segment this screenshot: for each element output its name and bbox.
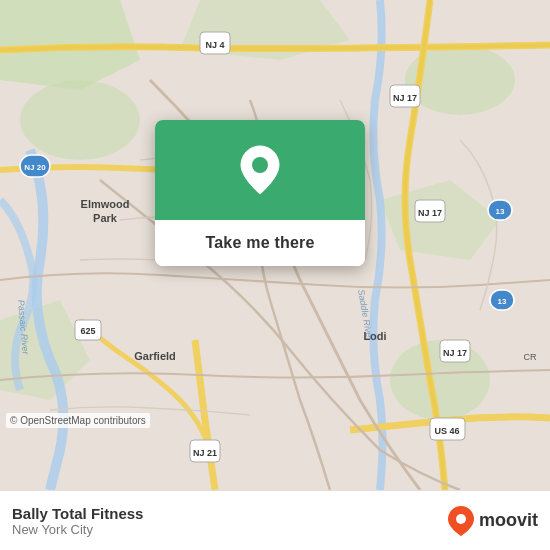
osm-credit: © OpenStreetMap contributors bbox=[6, 413, 150, 428]
location-pin-icon bbox=[238, 144, 282, 196]
svg-text:NJ 4: NJ 4 bbox=[205, 40, 224, 50]
moovit-brand-text: moovit bbox=[479, 510, 538, 531]
svg-text:Elmwood: Elmwood bbox=[81, 198, 130, 210]
footer-title: Bally Total Fitness bbox=[12, 505, 447, 522]
popup-card: Take me there bbox=[155, 120, 365, 266]
svg-point-37 bbox=[456, 514, 466, 524]
svg-text:NJ 20: NJ 20 bbox=[24, 163, 46, 172]
svg-point-2 bbox=[20, 80, 140, 160]
svg-text:NJ 21: NJ 21 bbox=[193, 448, 217, 458]
svg-text:NJ 17: NJ 17 bbox=[443, 348, 467, 358]
map-container: NJ 4 NJ 20 NJ 17 NJ 17 NJ 17 NJ 21 US 46… bbox=[0, 0, 550, 490]
svg-text:625: 625 bbox=[80, 326, 95, 336]
svg-text:CR: CR bbox=[524, 352, 537, 362]
svg-text:Garfield: Garfield bbox=[134, 350, 176, 362]
footer-bar: Bally Total Fitness New York City moovit bbox=[0, 490, 550, 550]
moovit-logo: moovit bbox=[447, 505, 538, 537]
footer-subtitle: New York City bbox=[12, 522, 447, 537]
popup-green-header bbox=[155, 120, 365, 220]
moovit-pin-icon bbox=[447, 505, 475, 537]
svg-text:NJ 17: NJ 17 bbox=[393, 93, 417, 103]
svg-text:US 46: US 46 bbox=[434, 426, 459, 436]
svg-text:Park: Park bbox=[93, 212, 118, 224]
take-me-there-button[interactable]: Take me there bbox=[155, 220, 365, 266]
svg-text:NJ 17: NJ 17 bbox=[418, 208, 442, 218]
svg-point-36 bbox=[252, 157, 268, 173]
footer-location-info: Bally Total Fitness New York City bbox=[12, 505, 447, 537]
svg-text:13: 13 bbox=[496, 207, 505, 216]
svg-text:13: 13 bbox=[498, 297, 507, 306]
